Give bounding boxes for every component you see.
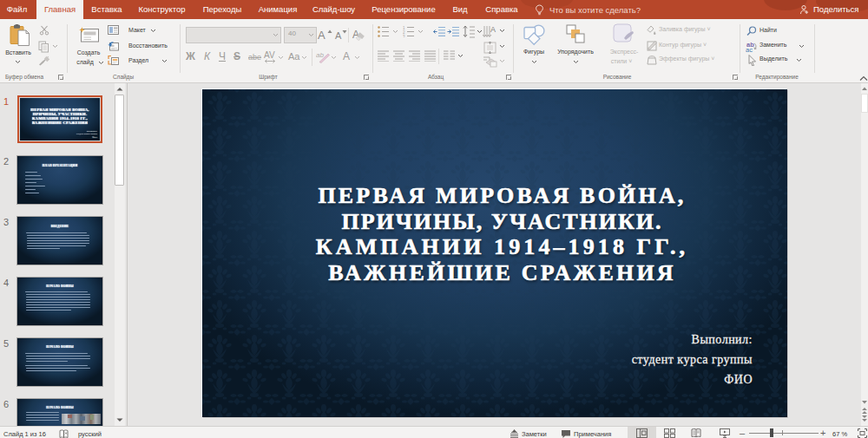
svg-text:ab: ab	[316, 51, 324, 59]
svg-text:ac: ac	[746, 46, 753, 52]
svg-text:3: 3	[403, 35, 405, 38]
svg-text:A: A	[490, 25, 496, 34]
